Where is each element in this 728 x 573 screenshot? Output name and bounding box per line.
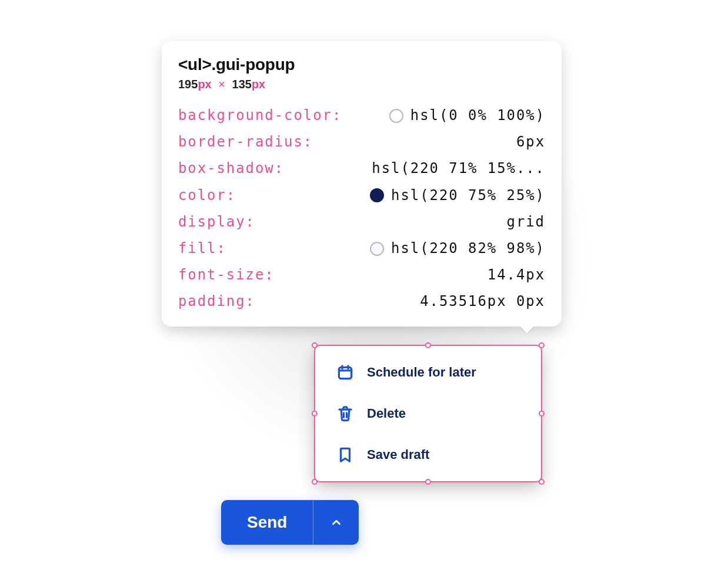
menu-item-delete[interactable]: Delete [315, 393, 541, 434]
style-key: font-size: [178, 266, 275, 284]
px-unit: px [198, 78, 211, 91]
height-value: 135 [232, 78, 252, 91]
send-more-button[interactable] [313, 500, 359, 545]
style-key: box-shadow: [178, 159, 284, 178]
style-value: hsl(0 0% 100%) [389, 106, 545, 125]
style-value: 4.53516px 0px [420, 292, 545, 311]
style-key: padding: [178, 292, 255, 311]
style-key: fill: [178, 239, 226, 258]
style-value: 6px [516, 133, 545, 151]
width-value: 195 [178, 78, 198, 91]
style-key: color: [178, 186, 236, 205]
style-value: hsl(220 71% 15%... [372, 159, 545, 178]
style-row-font-size: font-size: 14.4px [178, 266, 545, 284]
style-row-padding: padding: 4.53516px 0px [178, 292, 545, 311]
color-swatch-icon [370, 242, 384, 256]
style-value-text: hsl(220 75% 25%) [391, 186, 545, 205]
style-key: background-color: [178, 106, 342, 125]
tooltip-selector: <ul>.gui-popup [178, 55, 545, 74]
style-row-fill: fill: hsl(220 82% 98%) [178, 239, 545, 258]
chevron-up-icon [330, 516, 343, 529]
gui-popup-container: Schedule for later Delete Save draft [315, 346, 541, 481]
style-value: grid [507, 213, 545, 231]
times-separator: × [215, 78, 229, 91]
menu-item-save-draft[interactable]: Save draft [315, 434, 541, 475]
style-value: hsl(220 82% 98%) [370, 239, 545, 258]
style-value: hsl(220 75% 25%) [370, 186, 545, 205]
style-row-border-radius: border-radius: 6px [178, 133, 545, 151]
calendar-icon [336, 364, 354, 381]
menu-item-schedule[interactable]: Schedule for later [315, 352, 541, 393]
style-value-text: hsl(0 0% 100%) [410, 106, 545, 125]
gui-popup: Schedule for later Delete Save draft [315, 346, 541, 481]
style-key: display: [178, 213, 255, 231]
style-value: 14.4px [487, 266, 545, 284]
menu-item-label: Delete [367, 406, 406, 421]
style-row-display: display: grid [178, 213, 545, 231]
style-row-box-shadow: box-shadow: hsl(220 71% 15%... [178, 159, 545, 178]
style-row-color: color: hsl(220 75% 25%) [178, 186, 545, 205]
tooltip-style-rows: background-color: hsl(0 0% 100%) border-… [178, 106, 545, 311]
send-split-button: Send [221, 500, 359, 545]
menu-item-label: Schedule for later [367, 365, 476, 380]
tooltip-dimensions: 195px × 135px [178, 78, 545, 91]
color-swatch-icon [370, 188, 384, 202]
style-key: border-radius: [178, 133, 313, 151]
svg-rect-0 [339, 367, 351, 378]
px-unit: px [252, 78, 265, 91]
send-button[interactable]: Send [221, 500, 313, 545]
devtools-element-tooltip: <ul>.gui-popup 195px × 135px background-… [162, 41, 562, 327]
color-swatch-icon [389, 109, 403, 123]
style-value-text: hsl(220 82% 98%) [391, 239, 545, 258]
style-row-background-color: background-color: hsl(0 0% 100%) [178, 106, 545, 125]
bookmark-icon [336, 446, 354, 464]
selector-class: .gui-popup [211, 55, 295, 74]
selector-tag: <ul> [178, 55, 211, 74]
menu-item-label: Save draft [367, 447, 429, 462]
trash-icon [336, 405, 354, 422]
